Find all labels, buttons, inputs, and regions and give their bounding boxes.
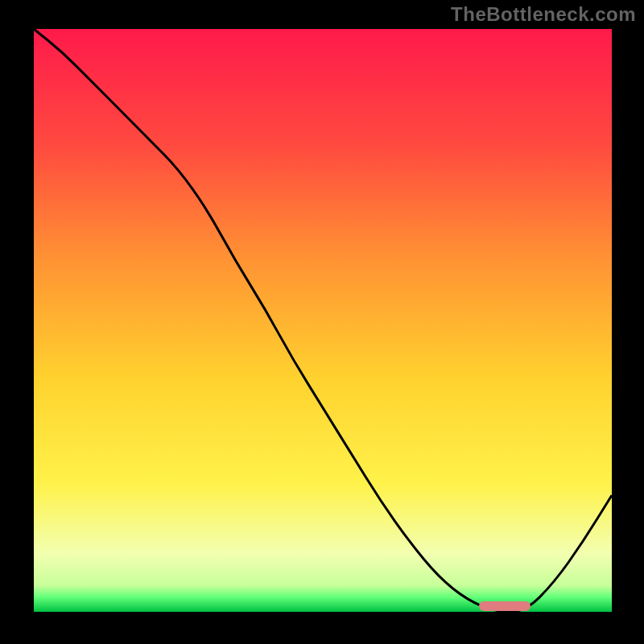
plot-area (34, 29, 612, 612)
curve-path (34, 29, 612, 612)
chart-frame: TheBottleneck.com (0, 0, 644, 644)
watermark-text: TheBottleneck.com (451, 3, 636, 26)
curve-svg (34, 29, 612, 612)
highlight-marker (479, 601, 531, 611)
